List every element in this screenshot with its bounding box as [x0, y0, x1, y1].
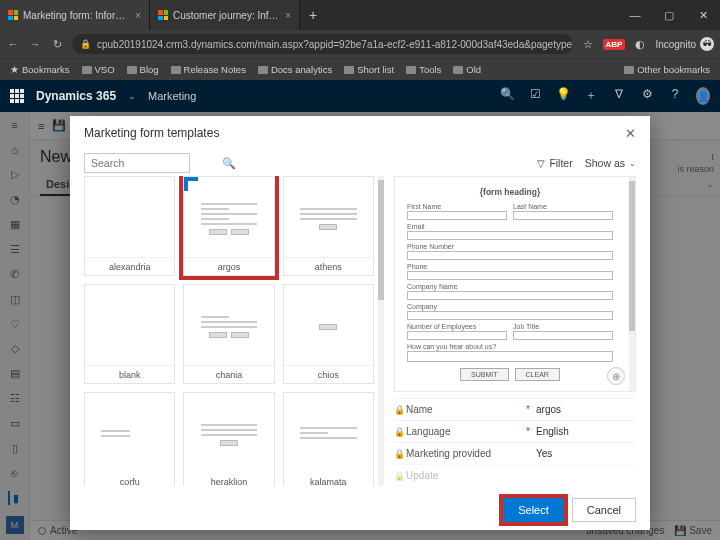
- new-tab-button[interactable]: +: [300, 0, 326, 30]
- template-name: argos: [184, 257, 273, 275]
- url-field[interactable]: 🔒 cpub20191024.crm3.dynamics.com/main.as…: [72, 34, 573, 54]
- bookmark-item[interactable]: Old: [449, 64, 485, 75]
- template-card[interactable]: blank: [84, 284, 175, 384]
- modal-header: Marketing form templates ✕: [70, 116, 650, 150]
- tab-title: Marketing form: Information: Ne: [23, 10, 130, 21]
- product-name: Dynamics 365: [36, 89, 116, 103]
- template-card-selected[interactable]: ✓ argos: [183, 176, 274, 276]
- gallery-scrollbar[interactable]: [378, 176, 384, 486]
- other-bookmarks[interactable]: Other bookmarks: [620, 64, 714, 75]
- template-thumb: [288, 289, 369, 361]
- zoom-icon[interactable]: ⊕: [607, 367, 625, 385]
- folder-icon: [453, 66, 463, 74]
- template-thumb: [188, 181, 269, 253]
- bookmark-item[interactable]: Release Notes: [167, 64, 250, 75]
- modal-overlay: Marketing form templates ✕ 🔍 ▽Filter Sho…: [0, 112, 720, 540]
- incognito-icon: 🕶: [700, 37, 714, 51]
- folder-icon: [127, 66, 137, 74]
- bookmark-item[interactable]: ★Bookmarks: [6, 64, 74, 75]
- preview-clear: CLEAR: [515, 368, 560, 381]
- add-icon[interactable]: ＋: [584, 87, 598, 105]
- chevron-down-icon: ⌄: [629, 159, 636, 168]
- template-thumb: [288, 397, 369, 469]
- template-gallery-wrap: alexandria ✓ argos athens: [84, 176, 384, 486]
- template-card[interactable]: corfu: [84, 392, 175, 486]
- funnel-icon: ▽: [537, 158, 545, 169]
- show-as-button[interactable]: Show as⌄: [585, 157, 636, 169]
- close-icon[interactable]: ×: [135, 10, 141, 21]
- ms-logo-icon: [158, 10, 168, 20]
- bookmark-item[interactable]: VSO: [78, 64, 119, 75]
- window-controls: — ▢ ✕: [618, 0, 720, 30]
- template-picker-modal: Marketing form templates ✕ 🔍 ▽Filter Sho…: [70, 116, 650, 530]
- detail-row: 🔒 Name * argos: [394, 398, 636, 420]
- detail-row: 🔒 Update: [394, 464, 636, 486]
- template-card[interactable]: kalamata: [283, 392, 374, 486]
- search-input[interactable]: 🔍: [84, 153, 190, 173]
- template-name: kalamata: [284, 473, 373, 486]
- template-name: corfu: [85, 473, 174, 486]
- folder-icon: [82, 66, 92, 74]
- maximize-button[interactable]: ▢: [652, 0, 686, 30]
- template-preview: {form heading} First Name Last Name Emai…: [395, 177, 625, 391]
- bookmark-item[interactable]: Short list: [340, 64, 398, 75]
- reload-button[interactable]: ↻: [50, 38, 64, 51]
- template-gallery: alexandria ✓ argos athens: [84, 176, 374, 486]
- folder-icon: [624, 66, 634, 74]
- template-card[interactable]: alexandria: [84, 176, 175, 276]
- search-icon[interactable]: 🔍: [222, 157, 236, 170]
- browser-tab[interactable]: Customer journey: Information: ×: [150, 0, 300, 30]
- template-card[interactable]: chios: [283, 284, 374, 384]
- select-button[interactable]: Select: [503, 498, 564, 522]
- search-field[interactable]: [91, 157, 222, 169]
- folder-icon: [406, 66, 416, 74]
- template-thumb: [288, 181, 369, 253]
- folder-icon: [258, 66, 268, 74]
- incognito-indicator: Incognito 🕶: [655, 37, 714, 51]
- template-name: chania: [184, 365, 273, 383]
- chevron-down-icon[interactable]: ⌄: [128, 91, 136, 101]
- template-name: chios: [284, 365, 373, 383]
- close-icon[interactable]: ×: [285, 10, 291, 21]
- extension-icon[interactable]: ◐: [633, 38, 647, 51]
- task-icon[interactable]: ☑: [528, 87, 542, 105]
- lock-icon: 🔒: [394, 449, 406, 459]
- template-thumb: [89, 397, 170, 469]
- assistant-icon[interactable]: 💡: [556, 87, 570, 105]
- abp-extension-icon[interactable]: ABP: [603, 39, 626, 50]
- template-card[interactable]: athens: [283, 176, 374, 276]
- bookmark-item[interactable]: Blog: [123, 64, 163, 75]
- folder-icon: [344, 66, 354, 74]
- address-bar: ← → ↻ 🔒 cpub20191024.crm3.dynamics.com/m…: [0, 30, 720, 58]
- detail-row: 🔒 Language * English: [394, 420, 636, 442]
- close-icon[interactable]: ✕: [625, 126, 636, 141]
- preview-scrollbar[interactable]: [629, 177, 635, 391]
- cancel-button[interactable]: Cancel: [572, 498, 636, 522]
- filter-icon[interactable]: ∇: [612, 87, 626, 105]
- area-name: Marketing: [148, 90, 196, 102]
- close-window-button[interactable]: ✕: [686, 0, 720, 30]
- minimize-button[interactable]: —: [618, 0, 652, 30]
- bookmark-item[interactable]: Docs analytics: [254, 64, 336, 75]
- template-card[interactable]: chania: [183, 284, 274, 384]
- app-launcher-icon[interactable]: [10, 89, 24, 103]
- lock-icon: 🔒: [394, 427, 406, 437]
- template-thumb: [188, 289, 269, 361]
- preview-pane: {form heading} First Name Last Name Emai…: [394, 176, 636, 392]
- bookmark-item[interactable]: Tools: [402, 64, 445, 75]
- template-card[interactable]: heraklion: [183, 392, 274, 486]
- avatar[interactable]: 👤: [696, 87, 710, 105]
- template-name: alexandria: [85, 257, 174, 275]
- star-icon[interactable]: ☆: [581, 38, 595, 51]
- settings-icon[interactable]: ⚙: [640, 87, 654, 105]
- template-thumb: [89, 181, 170, 253]
- browser-tab[interactable]: Marketing form: Information: Ne ×: [0, 0, 150, 30]
- forward-button[interactable]: →: [28, 38, 42, 50]
- template-name: heraklion: [184, 473, 273, 486]
- back-button[interactable]: ←: [6, 38, 20, 50]
- filter-button[interactable]: ▽Filter: [537, 157, 572, 169]
- search-icon[interactable]: 🔍: [500, 87, 514, 105]
- required-icon: *: [526, 404, 536, 415]
- modal-title: Marketing form templates: [84, 126, 219, 140]
- help-icon[interactable]: ?: [668, 87, 682, 105]
